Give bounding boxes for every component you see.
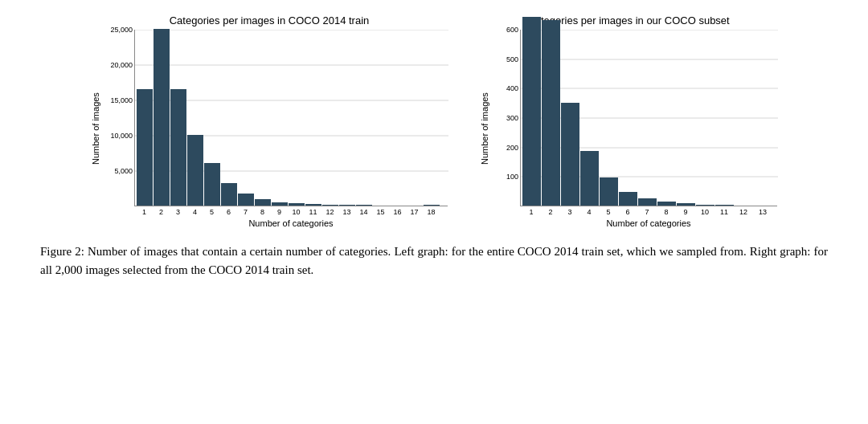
bar: [715, 205, 734, 206]
x-tick-label: 7: [237, 208, 254, 216]
bar: [542, 20, 560, 206]
x-tick-label: 13: [753, 208, 772, 216]
bar: [170, 89, 186, 206]
bar: [356, 205, 372, 206]
bar: [619, 192, 637, 206]
x-tick-label: 16: [389, 208, 406, 216]
x-tick-label: 2: [541, 208, 560, 216]
bar: [272, 202, 288, 206]
bar: [187, 135, 203, 206]
x-tick-label: 1: [136, 208, 153, 216]
x-tick-label: 9: [271, 208, 288, 216]
bar: [339, 205, 355, 206]
chart1-plot: [134, 30, 448, 206]
bar: [522, 17, 541, 206]
bar: [289, 203, 305, 206]
bar: [580, 151, 599, 206]
chart1-y-label: Number of images: [91, 30, 100, 228]
chart2-inner: 100200300400500600 12345678910111213 Num…: [493, 30, 777, 228]
x-tick-label: 2: [153, 208, 170, 216]
y-tick-label: 5,000: [114, 167, 133, 175]
chart1-xlabels: 123456789101112131415161718: [134, 208, 440, 216]
y-tick-label: 20,000: [110, 61, 133, 69]
bar: [696, 205, 714, 206]
bar: [657, 202, 676, 206]
bar: [221, 183, 237, 206]
chart2-y-label: Number of images: [480, 30, 489, 228]
x-tick-label: 1: [522, 208, 541, 216]
bar: [600, 177, 618, 206]
x-tick-label: 5: [599, 208, 618, 216]
y-tick-label: 25,000: [110, 26, 133, 34]
x-tick-label: 4: [186, 208, 203, 216]
chart1-x-title: Number of categories: [134, 218, 448, 228]
x-tick-label: 6: [220, 208, 237, 216]
y-tick-label: 400: [506, 84, 518, 92]
chart1-inner: 5,00010,00015,00020,00025,000 1234567891…: [104, 30, 448, 228]
bar: [255, 199, 271, 206]
x-tick-label: 5: [203, 208, 220, 216]
chart1-yticks: 5,00010,00015,00020,00025,000: [104, 30, 134, 206]
bar: [677, 203, 695, 206]
chart1-title: Categories per images in COCO 2014 train: [170, 14, 370, 26]
bar: [424, 205, 440, 206]
y-tick-label: 600: [506, 26, 518, 34]
x-tick-label: 8: [657, 208, 676, 216]
bar: [561, 103, 579, 206]
x-tick-label: 9: [676, 208, 695, 216]
chart2-plot: [520, 30, 777, 206]
bar: [638, 198, 657, 206]
bar: [154, 29, 170, 206]
bar: [238, 194, 254, 206]
x-tick-label: 13: [338, 208, 355, 216]
y-tick-label: 300: [506, 114, 518, 122]
chart1-area: Number of images 5,00010,00015,00020,000…: [91, 30, 448, 228]
x-tick-label: 3: [560, 208, 579, 216]
y-tick-label: 100: [506, 173, 518, 181]
chart2-x-title: Number of categories: [520, 218, 777, 228]
chart1-container: Categories per images in COCO 2014 train…: [91, 14, 448, 228]
x-tick-label: 7: [637, 208, 657, 216]
caption-text: Figure 2: Number of images that contain …: [40, 245, 828, 276]
x-tick-label: 15: [372, 208, 389, 216]
chart2-xlabels: 12345678910111213: [520, 208, 772, 216]
y-tick-label: 10,000: [110, 132, 133, 140]
x-tick-label: 10: [288, 208, 305, 216]
x-tick-label: 10: [695, 208, 714, 216]
x-tick-label: 3: [170, 208, 186, 216]
chart2-area: Number of images 100200300400500600 1234…: [480, 30, 777, 228]
x-tick-label: 17: [406, 208, 423, 216]
x-tick-label: 12: [734, 208, 753, 216]
bar: [305, 204, 321, 206]
chart2-yticks: 100200300400500600: [493, 30, 520, 206]
chart2-container: Categories per images in our COCO subset…: [480, 14, 777, 228]
x-tick-label: 12: [321, 208, 338, 216]
x-tick-label: 11: [714, 208, 734, 216]
charts-row: Categories per images in COCO 2014 train…: [24, 14, 844, 228]
bar: [322, 205, 338, 206]
figure-caption: Figure 2: Number of images that contain …: [40, 243, 828, 280]
x-tick-label: 4: [579, 208, 599, 216]
bar: [204, 163, 220, 206]
y-tick-label: 15,000: [110, 96, 133, 104]
y-tick-label: 200: [506, 144, 518, 152]
x-tick-label: 6: [618, 208, 637, 216]
x-tick-label: 18: [423, 208, 440, 216]
x-tick-label: 14: [355, 208, 372, 216]
bar: [137, 89, 153, 206]
x-tick-label: 11: [305, 208, 321, 216]
y-tick-label: 500: [506, 55, 518, 63]
x-tick-label: 8: [254, 208, 271, 216]
